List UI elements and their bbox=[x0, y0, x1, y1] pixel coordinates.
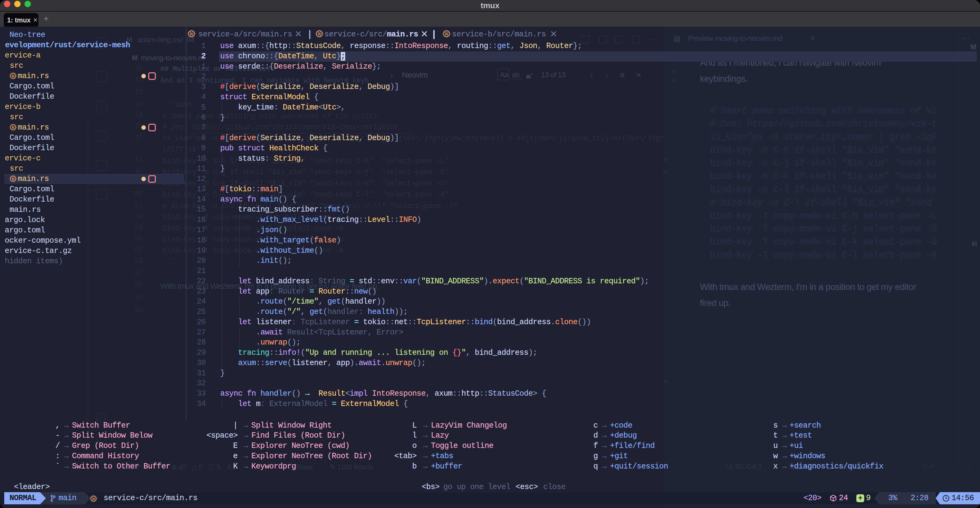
svg-text:R: R bbox=[190, 31, 193, 37]
svg-text:R: R bbox=[318, 31, 321, 37]
svg-text:R: R bbox=[92, 497, 95, 501]
svg-text:R: R bbox=[445, 31, 448, 37]
